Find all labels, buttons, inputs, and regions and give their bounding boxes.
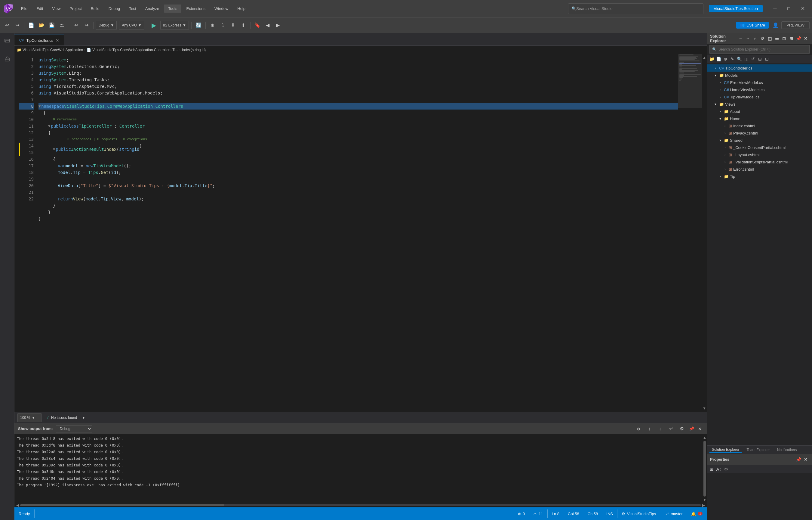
footer-tab-solution-explorer[interactable]: Solution Explorer (709, 447, 741, 453)
se-back-btn[interactable]: ← (737, 35, 744, 42)
output-settings-button[interactable]: ⚙ (677, 424, 686, 433)
tree-expand-error[interactable]: › (723, 167, 727, 172)
status-errors[interactable]: ⊗ 0 (513, 512, 529, 516)
tree-expand-shared[interactable]: ▼ (718, 138, 723, 142)
back-button[interactable]: ↩ (2, 21, 11, 30)
tree-expand-index[interactable]: › (723, 123, 727, 128)
tree-cookie-cshtml[interactable]: › ⊞ _CookieConsentPartial.cshtml (707, 144, 812, 151)
output-close-button[interactable]: ✕ (697, 425, 703, 432)
tree-errorviewmodel[interactable]: › C# ErrorViewModel.cs (707, 79, 812, 86)
bc-file[interactable]: 📄 VisualStudioTips.CoreWebApplication.Co… (87, 48, 178, 52)
menu-build[interactable]: Build (87, 4, 104, 12)
zoom-dropdown[interactable]: 100 % ▼ (18, 413, 41, 422)
output-source-dropdown[interactable]: Debug (56, 425, 92, 433)
output-hscroll-track[interactable] (20, 504, 701, 506)
se-close-btn[interactable]: ✕ (802, 35, 809, 42)
se-tb-btn-7[interactable]: ↺ (750, 56, 756, 62)
redo-button[interactable]: ↪ (82, 21, 91, 30)
output-hscroll-right[interactable]: ▶ (701, 503, 706, 508)
tree-expand-errorviewmodel[interactable]: › (718, 80, 723, 85)
prop-tb-settings[interactable]: ⚙ (723, 466, 729, 472)
collapse-12[interactable]: ▼ (53, 146, 55, 153)
output-up-button[interactable]: ↑ (645, 424, 654, 433)
account-button[interactable]: 👤 (771, 21, 780, 30)
menu-window[interactable]: Window (210, 4, 232, 12)
output-hscroll-thumb[interactable] (20, 504, 224, 506)
scroll-up-arrow[interactable]: ▲ (701, 54, 707, 61)
output-wrap-button[interactable]: ↵ (667, 424, 675, 433)
bc-project[interactable]: 📁 VisualStudioTips.CoreWebApplication (17, 48, 83, 52)
clear-output-button[interactable]: ⊘ (634, 424, 643, 433)
next-bookmark-button[interactable]: ▶ (273, 21, 282, 30)
platform-dropdown[interactable]: Any CPU ▼ (119, 21, 144, 30)
code-content[interactable]: using System; using System.Collections.G… (36, 54, 678, 412)
tree-expand-about[interactable]: › (718, 109, 723, 114)
close-button[interactable]: ✕ (796, 3, 810, 14)
status-ins[interactable]: INS (602, 512, 617, 516)
collapse-10[interactable]: ▼ (48, 123, 50, 129)
output-content[interactable]: The thread 0x3df8 has exited with code 0… (15, 434, 703, 503)
toolbox-icon[interactable] (2, 54, 12, 64)
output-hscroll-left[interactable]: ◀ (15, 503, 20, 508)
bookmark-button[interactable]: 🔖 (253, 21, 262, 30)
maximize-button[interactable]: □ (782, 3, 796, 14)
save-all-button[interactable]: 🗃 (57, 21, 66, 30)
tree-expand-tip[interactable]: › (718, 174, 723, 179)
menu-view[interactable]: View (48, 4, 65, 12)
menu-file[interactable]: File (17, 4, 32, 12)
tree-tip-folder[interactable]: › 📁 Tip (707, 173, 812, 180)
start-button[interactable]: ▶ (149, 21, 159, 30)
issues-dropdown-icon[interactable]: ▼ (82, 416, 85, 420)
se-home-btn[interactable]: ⌂ (752, 35, 758, 42)
menu-extensions[interactable]: Extensions (182, 4, 209, 12)
menu-tools[interactable]: Tools (164, 4, 181, 12)
tree-tipcontroller[interactable]: › C# TipController.cs (707, 64, 812, 72)
minimize-button[interactable]: ─ (768, 3, 782, 14)
output-pin-button[interactable]: 📌 (688, 425, 695, 432)
tree-models-folder[interactable]: ▼ 📁 Models (707, 72, 812, 79)
new-file-button[interactable]: 📄 (27, 21, 36, 30)
preview-button[interactable]: PREVIEW (781, 21, 810, 29)
tree-expand-tipcontroller[interactable]: › (713, 66, 718, 71)
menu-project[interactable]: Project (65, 4, 86, 12)
forward-button[interactable]: ↪ (12, 21, 22, 30)
undo-button[interactable]: ↩ (72, 21, 81, 30)
se-pin-btn[interactable]: 📌 (795, 35, 802, 42)
menu-edit[interactable]: Edit (32, 4, 47, 12)
se-collapse-btn[interactable]: ◫ (766, 35, 773, 42)
se-settings-btn[interactable]: ☰ (774, 35, 780, 42)
run-server-dropdown[interactable]: IIS Express ▼ (160, 21, 189, 30)
tree-layout-cshtml[interactable]: › ⊞ _Layout.cshtml (707, 151, 812, 158)
prop-pin-btn[interactable]: 📌 (795, 456, 802, 463)
prop-tb-alphabetical[interactable]: A↕ (716, 466, 722, 472)
se-forward-btn[interactable]: → (745, 35, 751, 42)
se-filter-btn[interactable]: ⊡ (781, 35, 787, 42)
breakpoint-button[interactable]: ⊕ (208, 21, 217, 30)
tab-close-icon[interactable]: ✕ (56, 38, 59, 43)
menu-help[interactable]: Help (233, 4, 250, 12)
menu-analyze[interactable]: Analyze (141, 4, 163, 12)
step-over-button[interactable]: ⤵ (218, 21, 227, 30)
save-button[interactable]: 💾 (47, 21, 56, 30)
tree-home-folder[interactable]: ▼ 📁 Home (707, 115, 812, 122)
tree-expand-homeviewmodel[interactable]: › (718, 87, 723, 92)
output-scrollbar-thumb[interactable] (703, 441, 706, 496)
menu-debug[interactable]: Debug (104, 4, 124, 12)
status-ch[interactable]: Ch 58 (583, 512, 603, 516)
se-view-btn[interactable]: ⊞ (788, 35, 794, 42)
tree-expand-tipviewmodel[interactable]: › (718, 95, 723, 99)
tree-tipviewmodel[interactable]: › C# TipViewModel.cs (707, 93, 812, 101)
status-warnings[interactable]: ⚠ 11 (529, 512, 547, 516)
tab-tipcontroller[interactable]: C# TipController.cs ✕ (15, 34, 64, 46)
se-tb-btn-5[interactable]: 🔍 (736, 56, 743, 62)
search-box[interactable]: 🔍 Search Visual Studio (568, 3, 703, 14)
se-tb-btn-3[interactable]: ⊕ (722, 56, 729, 62)
menu-test[interactable]: Test (125, 4, 140, 12)
liveshare-button[interactable]: 👥 Live Share (736, 22, 769, 29)
prev-bookmark-button[interactable]: ◀ (263, 21, 272, 30)
status-vstips[interactable]: ⚙ VisualStudioTips (617, 512, 660, 516)
tree-expand-home[interactable]: ▼ (718, 116, 723, 121)
footer-tab-notifications[interactable]: Notifications (775, 447, 799, 452)
open-button[interactable]: 📂 (37, 21, 46, 30)
solution-search-input[interactable] (719, 47, 807, 51)
